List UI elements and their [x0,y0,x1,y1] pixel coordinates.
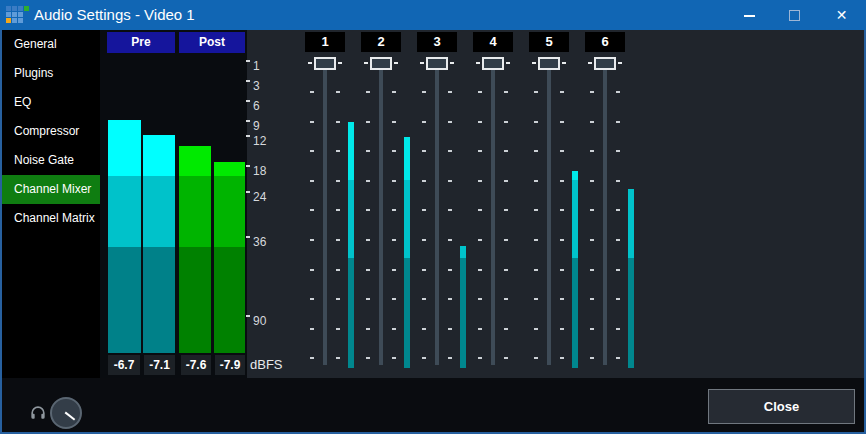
scale-tick-text: 1 [253,59,260,73]
channel-strip-3: 3 [414,30,460,378]
sidebar-item-general[interactable]: General [2,30,100,59]
sidebar-item-eq[interactable]: EQ [2,88,100,117]
channel-number-label: 3 [417,32,457,52]
scale-tick-text: 90 [253,314,266,328]
fader-tick-marks [422,91,426,363]
fader-tick-marks [448,91,452,363]
fader-track [435,59,439,365]
pre-level-readout-right: -7.1 [144,355,175,375]
fader-tick-marks [560,91,564,363]
audio-settings-window: Audio Settings - Video 1 ✕ General Plugi… [0,0,866,434]
knob-pointer-icon [65,412,76,421]
fader-handle-5[interactable] [538,57,560,70]
scale-tick: 1 [246,59,260,73]
pre-meter-bar-left [108,120,141,353]
app-logo-icon [6,4,30,24]
channel-strip-1: 1 [302,30,348,378]
channel-level-meter-5 [572,171,578,368]
fader-track [379,59,383,365]
channel-number-label: 5 [529,32,569,52]
channel-strip-4: 4 [470,30,516,378]
scale-tick-text: 12 [253,134,266,148]
headphones-icon [28,403,48,427]
scale-tick-text: 24 [253,190,266,204]
scale-tick: 9 [246,119,260,133]
close-button[interactable]: Close [708,389,855,424]
scale-tick: 24 [246,190,266,204]
close-window-button[interactable]: ✕ [819,0,864,30]
fader-track [323,59,327,365]
channel-strip-6: 6 [582,30,628,378]
scale-tick: 90 [246,314,266,328]
fader-handle-2[interactable] [370,57,392,70]
post-level-readout-left: -7.6 [181,355,211,375]
fader-track [491,59,495,365]
footer-bar: Close [2,378,864,432]
fader-handle-3[interactable] [426,57,448,70]
fader-tick-marks [616,91,620,363]
pre-meter-label: Pre [107,32,175,53]
fader-handle-1[interactable] [314,57,336,70]
fader-track [547,59,551,365]
fader-handle-6[interactable] [594,57,616,70]
channel-level-meter-2 [404,137,410,368]
sidebar-item-noise-gate[interactable]: Noise Gate [2,146,100,175]
channel-number-label: 4 [473,32,513,52]
fader-tick-marks [310,91,314,363]
scale-tick: 12 [246,134,266,148]
fader-tick-marks [336,91,340,363]
channel-strip-5: 5 [526,30,572,378]
sidebar-item-plugins[interactable]: Plugins [2,59,100,88]
scale-tick-text: 6 [253,99,260,113]
sidebar-item-channel-mixer[interactable]: Channel Mixer [2,175,100,204]
sidebar-nav: General Plugins EQ Compressor Noise Gate… [2,30,100,432]
scale-tick-text: 3 [253,79,260,93]
maximize-button[interactable] [772,0,817,30]
dbfs-unit-label: dBFS [250,355,294,375]
fader-tick-marks [534,91,538,363]
fader-tick-marks [590,91,594,363]
titlebar: Audio Settings - Video 1 ✕ [0,0,866,30]
pre-meter-bar-right [143,135,175,353]
window-title: Audio Settings - Video 1 [34,0,195,30]
minimize-button[interactable] [727,0,772,30]
scale-tick: 3 [246,79,260,93]
minimize-icon [744,15,755,17]
fader-tick-marks [392,91,396,363]
post-meter-bar-right [214,162,245,353]
channel-number-label: 2 [361,32,401,52]
headphone-volume-knob[interactable] [50,397,82,429]
fader-tick-marks [504,91,508,363]
close-icon: ✕ [819,0,864,30]
scale-tick: 36 [246,235,266,249]
sidebar-item-channel-matrix[interactable]: Channel Matrix [2,204,100,233]
channel-number-label: 1 [305,32,345,52]
fader-tick-marks [366,91,370,363]
post-meter-label: Post [179,32,245,53]
channel-number-label: 6 [585,32,625,52]
scale-tick: 6 [246,99,260,113]
channel-level-meter-3 [460,246,466,368]
sidebar-item-compressor[interactable]: Compressor [2,117,100,146]
fader-track [603,59,607,365]
scale-tick: 18 [246,164,266,178]
fader-handle-4[interactable] [482,57,504,70]
maximize-icon [789,10,800,21]
scale-tick-text: 36 [253,235,266,249]
channel-level-meter-6 [628,189,634,368]
scale-tick-text: 18 [253,164,266,178]
pre-level-readout-left: -6.7 [108,355,140,375]
fader-tick-marks [478,91,482,363]
channel-strip-2: 2 [358,30,404,378]
post-level-readout-right: -7.9 [215,355,245,375]
post-meter-bar-left [179,146,211,353]
scale-tick-text: 9 [253,119,260,133]
channel-level-meter-1 [348,122,354,368]
